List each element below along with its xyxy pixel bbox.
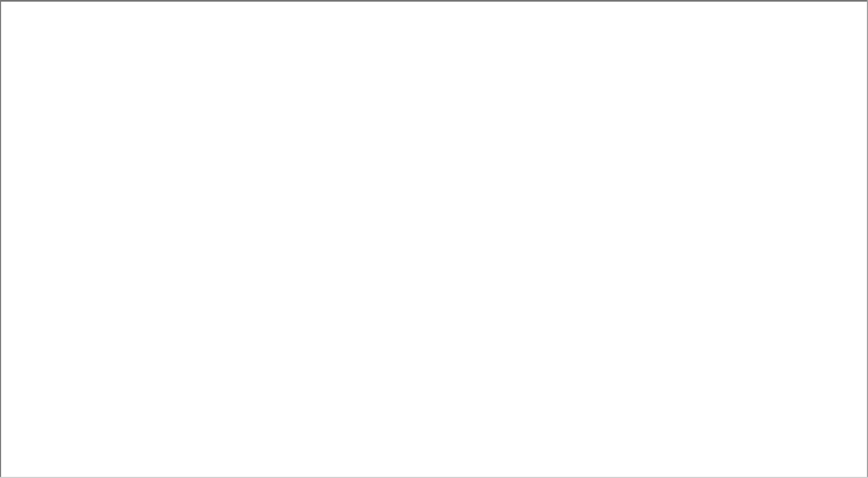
window-border-top: [0, 0, 868, 2]
slope-section-canvas[interactable]: [0, 0, 868, 478]
window-border-left: [0, 0, 1, 478]
model-canvas-window: [0, 0, 868, 478]
